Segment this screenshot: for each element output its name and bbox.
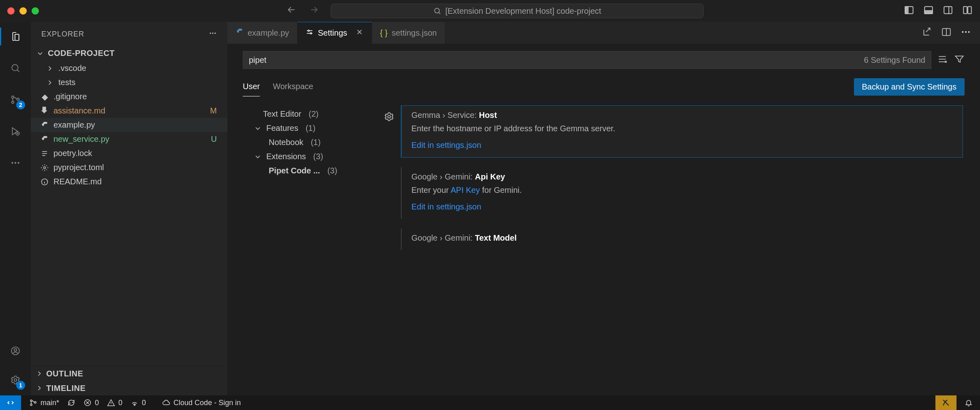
folder-vscode[interactable]: .vscode xyxy=(31,61,227,75)
file-example-py[interactable]: example.py xyxy=(31,118,227,132)
status-copilot-disabled[interactable] xyxy=(935,395,956,410)
setting-gemini-api-key[interactable]: Google › Gemini: Api Key Enter your API … xyxy=(401,167,963,219)
editor-more-icon[interactable] xyxy=(961,27,971,39)
chevron-right-icon xyxy=(45,79,54,87)
svg-point-49 xyxy=(134,405,135,406)
split-editor-icon[interactable] xyxy=(941,27,952,39)
toggle-panel-icon[interactable] xyxy=(923,5,934,17)
svg-point-42 xyxy=(388,115,391,118)
remote-button[interactable] xyxy=(0,395,21,410)
edit-in-settings-json-link[interactable]: Edit in settings.json xyxy=(411,141,481,150)
tab-example-py[interactable]: example.py xyxy=(227,22,297,44)
modified-status: M xyxy=(210,106,222,115)
svg-point-14 xyxy=(11,162,13,164)
svg-point-0 xyxy=(434,8,439,13)
maximize-window-button[interactable] xyxy=(32,7,39,15)
folder-tests[interactable]: tests xyxy=(31,75,227,90)
project-section-header[interactable]: CODE-PROJECT xyxy=(31,46,227,60)
python-icon xyxy=(40,121,49,129)
chevron-right-icon xyxy=(45,64,54,73)
settings-search-input[interactable]: pipet 6 Settings Found xyxy=(243,51,931,69)
filter-icon[interactable] xyxy=(954,54,965,66)
open-changes-icon[interactable] xyxy=(922,27,932,39)
activity-bar: 2 1 xyxy=(0,22,31,395)
gear-icon[interactable] xyxy=(384,111,394,124)
chevron-right-icon xyxy=(35,369,44,378)
setting-gemini-text-model[interactable]: Google › Gemini: Text Model xyxy=(401,228,963,250)
outline-section[interactable]: OUTLINE xyxy=(31,366,227,381)
file-gitignore[interactable]: ◆ .gitignore xyxy=(31,90,227,104)
settings-list: Gemma › Service: Host Enter the hostname… xyxy=(401,105,965,388)
nav-pipet[interactable]: Pipet Code ... (3) xyxy=(243,164,401,178)
api-key-link[interactable]: API Key xyxy=(451,186,480,194)
nav-features[interactable]: Features (1) xyxy=(243,121,401,135)
setting-description: Enter your API Key for Gemini. xyxy=(411,186,953,195)
activity-explorer[interactable] xyxy=(6,28,24,45)
settings-badge: 1 xyxy=(16,381,25,390)
status-ports[interactable]: 0 xyxy=(131,399,146,407)
file-lines-icon xyxy=(40,149,49,158)
nav-extensions[interactable]: Extensions (3) xyxy=(243,149,401,164)
status-cloud-code[interactable]: Cloud Code - Sign in xyxy=(162,399,241,407)
svg-point-16 xyxy=(17,162,19,164)
explorer-sidebar: EXPLORER CODE-PROJECT .vscode tests ◆ .g… xyxy=(31,22,227,395)
search-value: pipet xyxy=(249,56,266,65)
minimize-window-button[interactable] xyxy=(19,7,27,15)
customize-layout-icon[interactable] xyxy=(962,5,973,17)
markdown-icon: 🡇 xyxy=(40,106,49,115)
untracked-status: U xyxy=(211,135,222,144)
toggle-secondary-sidebar-icon[interactable] xyxy=(943,5,953,17)
status-warnings[interactable]: 0 xyxy=(107,399,122,407)
close-window-button[interactable] xyxy=(7,7,15,15)
activity-accounts[interactable] xyxy=(6,342,24,360)
close-icon[interactable] xyxy=(355,28,364,38)
settings-nav: Text Editor (2) Features (1) Notebook (1… xyxy=(243,105,401,388)
svg-point-33 xyxy=(310,33,312,34)
svg-point-26 xyxy=(44,167,46,169)
tab-settings-json[interactable]: { } settings.json xyxy=(372,22,445,44)
timeline-section[interactable]: TIMELINE xyxy=(31,381,227,395)
chevron-right-icon xyxy=(35,384,44,392)
nav-forward-icon[interactable] xyxy=(309,4,319,18)
nav-back-icon[interactable] xyxy=(286,4,297,18)
tab-settings[interactable]: Settings xyxy=(297,22,372,44)
svg-point-15 xyxy=(15,162,16,164)
sliders-icon xyxy=(306,28,314,38)
activity-search[interactable] xyxy=(6,59,24,77)
edit-in-settings-json-link[interactable]: Edit in settings.json xyxy=(411,202,481,211)
status-notifications[interactable] xyxy=(965,399,980,407)
python-icon xyxy=(40,135,49,143)
activity-more-icon[interactable] xyxy=(6,154,24,172)
toggle-primary-sidebar-icon[interactable] xyxy=(904,5,914,17)
command-center[interactable]: [Extension Development Host] code-projec… xyxy=(331,4,704,18)
file-poetry-lock[interactable]: poetry.lock xyxy=(31,146,227,160)
svg-point-12 xyxy=(17,98,19,100)
activity-run-debug[interactable] xyxy=(6,122,24,140)
scope-tab-user[interactable]: User xyxy=(243,77,260,96)
svg-rect-7 xyxy=(963,6,967,13)
nav-text-editor[interactable]: Text Editor (2) xyxy=(243,107,401,121)
clear-search-icon[interactable] xyxy=(937,54,948,66)
project-name: CODE-PROJECT xyxy=(48,49,115,58)
status-errors[interactable]: 0 xyxy=(83,399,99,407)
svg-point-22 xyxy=(214,32,216,34)
scm-badge: 2 xyxy=(16,100,25,109)
backup-sync-button[interactable]: Backup and Sync Settings xyxy=(854,78,965,96)
scope-tab-workspace[interactable]: Workspace xyxy=(273,77,313,96)
svg-rect-5 xyxy=(944,6,952,13)
explorer-title: EXPLORER xyxy=(41,30,84,38)
file-pyproject-toml[interactable]: pyproject.toml xyxy=(31,160,227,175)
setting-gemma-host[interactable]: Gemma › Service: Host Enter the hostname… xyxy=(401,105,963,158)
svg-point-37 xyxy=(965,31,967,32)
window-controls xyxy=(7,7,39,15)
explorer-more-icon[interactable] xyxy=(209,29,217,39)
status-branch[interactable]: main* xyxy=(29,399,59,407)
file-new-service-py[interactable]: new_service.py U xyxy=(31,132,227,146)
svg-rect-4 xyxy=(924,11,933,14)
activity-source-control[interactable]: 2 xyxy=(6,91,24,109)
nav-notebook[interactable]: Notebook (1) xyxy=(243,135,401,149)
file-assistance-md[interactable]: 🡇 assistance.md M xyxy=(31,104,227,118)
activity-settings[interactable]: 1 xyxy=(6,371,24,389)
file-readme-md[interactable]: README.md xyxy=(31,175,227,189)
status-sync[interactable] xyxy=(67,399,75,407)
